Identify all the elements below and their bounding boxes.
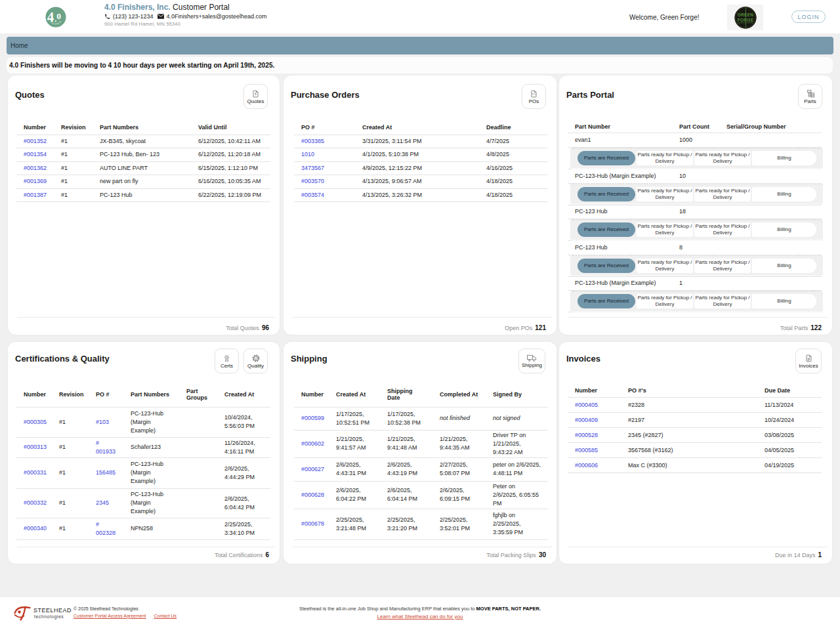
svg-text:0: 0 xyxy=(56,11,61,21)
svg-text:GREEN: GREEN xyxy=(737,12,753,16)
svg-text:PO: PO xyxy=(532,93,536,95)
svg-text:FORGE: FORGE xyxy=(737,17,753,22)
svg-text:$: $ xyxy=(255,93,257,96)
